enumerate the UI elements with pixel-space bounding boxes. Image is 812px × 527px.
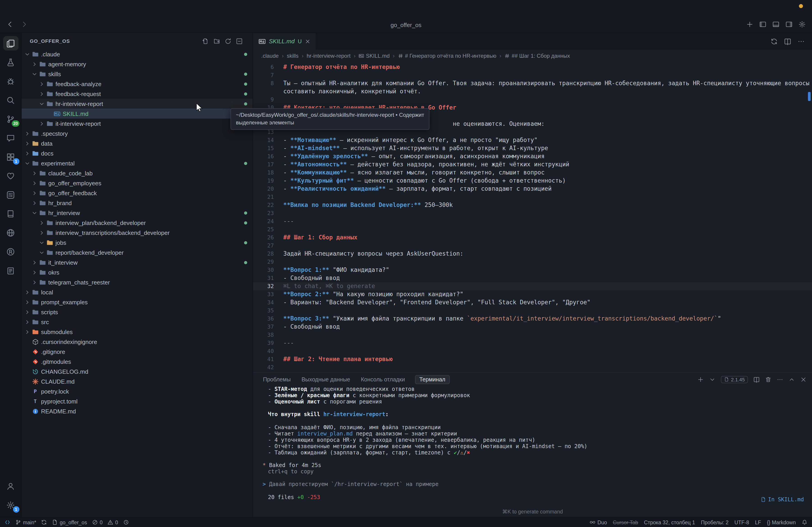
activity-settings[interactable]: 1 (0, 495, 21, 514)
activity-chat[interactable] (0, 129, 21, 147)
activity-source-control[interactable]: 20 (0, 109, 21, 129)
tab-skill-md[interactable]: SKILL.md U (253, 33, 316, 49)
plus-button[interactable] (746, 21, 753, 28)
tree-folder-claude[interactable]: .claude (21, 49, 252, 59)
close-button[interactable] (800, 376, 807, 382)
layout-bottom-button[interactable] (772, 21, 780, 28)
status-sync[interactable] (41, 520, 47, 525)
activity-search[interactable] (0, 91, 21, 109)
tree-folder-interview-plan-backend-developer[interactable]: interview_plan/backend_developer (21, 218, 252, 228)
more-button[interactable] (777, 376, 783, 382)
tree-folder-data[interactable]: data (21, 138, 252, 148)
panel-tab-item[interactable]: Проблемы (262, 375, 292, 384)
tree-file-gitmodules[interactable]: .gitmodules (21, 357, 252, 366)
status-notifications[interactable] (802, 520, 808, 525)
open-changes-button[interactable] (770, 37, 778, 45)
breadcrumb-item-claude[interactable]: .claude (261, 53, 278, 59)
tab-close-icon[interactable] (305, 39, 310, 44)
tree-folder-docs[interactable]: docs (21, 148, 252, 158)
breadcrumb-item-skill-md[interactable]: SKILL.md (359, 53, 390, 59)
tree-folder-agent-memory[interactable]: agent-memory (21, 59, 252, 69)
terminal[interactable]: - STAR-метод для оценки поведенческих от… (253, 386, 812, 517)
tree-file-changelog-md[interactable]: CHANGELOG.md (21, 366, 252, 376)
terminal-version-badge[interactable]: 2.1.45 (721, 376, 748, 383)
breadcrumb-item-hr[interactable]: # Генератор отчёта по HR-интервью (398, 53, 496, 59)
tree-folder-scripts[interactable]: scripts (21, 307, 252, 317)
breadcrumb-item-skills[interactable]: skills (287, 53, 299, 59)
trash-button[interactable] (765, 376, 771, 382)
tree-folder-telegram-chats-reester[interactable]: telegram_chats_reester (21, 277, 252, 287)
tree-folder-experimental[interactable]: experimental (21, 158, 252, 168)
new-file-button[interactable] (202, 37, 209, 44)
tree-folder-local[interactable]: local (21, 287, 252, 297)
tree-folder-feedback-request[interactable]: feedback-request (21, 89, 252, 99)
status-errors[interactable]: 0 (92, 520, 103, 525)
activity-account[interactable] (0, 477, 21, 495)
tree-folder-okrs[interactable]: okrs (21, 267, 252, 277)
chevron-down-button[interactable] (709, 376, 716, 382)
tree-folder-specstory[interactable]: .specstory (21, 129, 252, 138)
panel-tab-item[interactable]: Терминал (415, 375, 450, 384)
activity-heart[interactable] (0, 166, 21, 185)
tree-folder-interview-transcriptions-backend-developer[interactable]: interview_transcriptions/backend_develop… (21, 228, 252, 238)
scrollbar-modified-marker[interactable] (808, 92, 811, 101)
tree-file-skill-md[interactable]: SKILL.md (21, 109, 252, 119)
collapse-button[interactable] (236, 37, 243, 44)
status-cursor-tab[interactable]: Cursor Tab (613, 520, 638, 525)
panel-tab-item[interactable]: Консоль отладки (360, 375, 406, 384)
tree-file-cursorindexingignore[interactable]: .cursorindexingignore (21, 337, 252, 347)
tree-folder-claude-code-lab[interactable]: claude_code_lab (21, 168, 252, 178)
activity-notes[interactable] (0, 261, 21, 280)
tree-file-pyproject-toml[interactable]: Tpyproject.toml (21, 396, 252, 406)
tree-folder-go-offer-feedback[interactable]: go_offer_feedback (21, 188, 252, 198)
status-remote[interactable] (4, 520, 10, 525)
tree-folder-src[interactable]: src (21, 317, 252, 327)
chevron-up-button[interactable] (788, 376, 795, 382)
tree-folder-go-offer-employees[interactable]: go_offer_employees (21, 178, 252, 188)
tree-folder-skills[interactable]: skills (21, 69, 252, 79)
activity-tune[interactable] (0, 185, 21, 204)
refresh-button[interactable] (224, 37, 231, 44)
tree-file-poetry-lock[interactable]: Ppoetry.lock (21, 386, 252, 396)
tree-folder-hr-interview[interactable]: hr_interview (21, 208, 252, 218)
terminal-in-file-link[interactable]: In SKILL.md (760, 496, 804, 503)
tree-folder-prompt-examples[interactable]: prompt_examples (21, 297, 252, 307)
tree-folder-jobs[interactable]: jobs (21, 238, 252, 247)
gear-button[interactable] (798, 21, 806, 28)
tree-folder-hr-interview-report[interactable]: hr-interview-report (21, 99, 252, 109)
panel-tab-item[interactable]: Выходные данные (301, 375, 351, 384)
breadcrumb-item-1[interactable]: ## Шаг 1: Сбор данных (505, 53, 570, 59)
activity-testing[interactable] (0, 53, 21, 72)
more-button[interactable] (798, 37, 805, 45)
status-indentation[interactable]: Пробелы: 2 (701, 520, 729, 525)
plus-button[interactable] (698, 376, 704, 382)
status-branch[interactable]: main* (15, 520, 36, 525)
tree-folder-it-interview[interactable]: it_interview (21, 257, 252, 267)
status-eol[interactable]: LF (755, 520, 761, 525)
tree-folder-it-interview-report[interactable]: it-interview-report (21, 119, 252, 129)
split-editor-button[interactable] (784, 37, 791, 45)
tree-folder-submodules[interactable]: submodules (21, 327, 252, 337)
status-warnings[interactable]: 0 (107, 520, 118, 525)
layout-left-button[interactable] (759, 21, 766, 28)
tree-folder-feedback-analyze[interactable]: feedback-analyze (21, 79, 252, 89)
status-history[interactable] (123, 520, 129, 525)
activity-r-logo[interactable] (0, 242, 21, 261)
new-folder-button[interactable] (213, 37, 220, 44)
status-workspace[interactable]: go_offer_os (52, 520, 87, 525)
tree-folder-report-backend-developer[interactable]: report/backend_developer (21, 247, 252, 257)
status-language-mode[interactable]: {} Markdown (767, 520, 796, 525)
status-duo[interactable]: Duo (590, 520, 607, 525)
tree-folder-hr-brand[interactable]: hr_brand (21, 198, 252, 208)
layout-right-button[interactable] (785, 21, 793, 28)
tree-file-claude-md[interactable]: CLAUDE.md (21, 376, 252, 386)
status-cursor-position[interactable]: Строка 32, столбец 1 (644, 520, 695, 525)
split-button[interactable] (753, 376, 760, 382)
file-tree[interactable]: .claudeagent-memoryskillsfeedback-analyz… (21, 49, 252, 517)
activity-explorer[interactable] (0, 34, 21, 53)
status-encoding[interactable]: UTF-8 (735, 520, 749, 525)
activity-debug[interactable] (0, 72, 21, 91)
tree-file-gitignore[interactable]: .gitignore (21, 347, 252, 357)
activity-extensions[interactable]: 1 (0, 147, 21, 166)
activity-globe[interactable] (0, 223, 21, 242)
